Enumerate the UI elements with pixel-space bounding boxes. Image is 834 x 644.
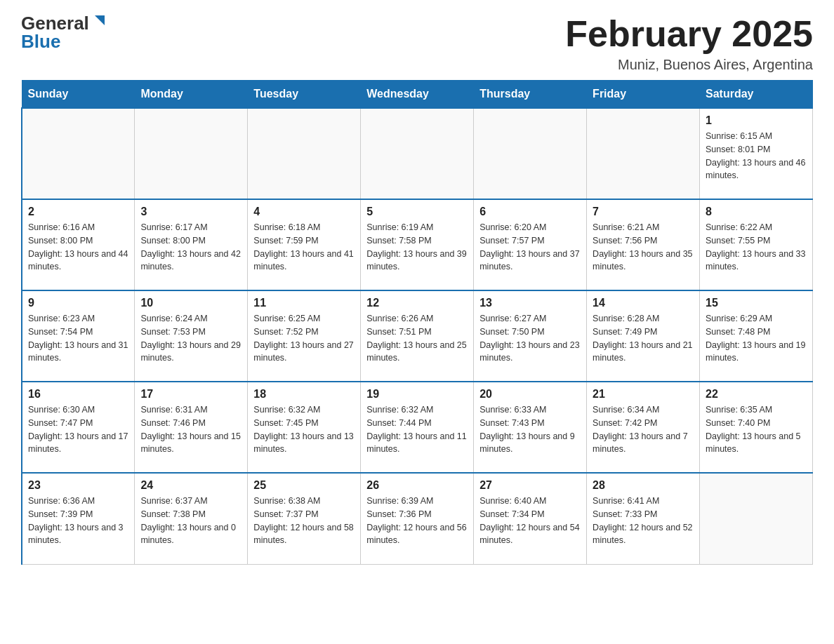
calendar-cell: 1Sunrise: 6:15 AMSunset: 8:01 PMDaylight… bbox=[700, 108, 813, 199]
calendar-cell: 6Sunrise: 6:20 AMSunset: 7:57 PMDaylight… bbox=[474, 199, 587, 290]
calendar-cell bbox=[22, 108, 135, 199]
day-number: 27 bbox=[479, 479, 581, 492]
day-info: Sunrise: 6:28 AMSunset: 7:49 PMDaylight:… bbox=[593, 312, 694, 365]
day-number: 13 bbox=[479, 297, 581, 309]
calendar-title: February 2025 bbox=[565, 14, 813, 54]
col-friday: Friday bbox=[587, 81, 700, 109]
calendar-table: Sunday Monday Tuesday Wednesday Thursday… bbox=[21, 80, 813, 565]
title-block: February 2025 Muniz, Buenos Aires, Argen… bbox=[565, 14, 813, 73]
day-number: 3 bbox=[140, 206, 241, 218]
calendar-cell: 16Sunrise: 6:30 AMSunset: 7:47 PMDayligh… bbox=[22, 382, 135, 473]
calendar-cell: 11Sunrise: 6:25 AMSunset: 7:52 PMDayligh… bbox=[248, 290, 361, 382]
calendar-cell: 14Sunrise: 6:28 AMSunset: 7:49 PMDayligh… bbox=[587, 290, 700, 382]
day-number: 11 bbox=[253, 297, 355, 309]
calendar-week-row: 16Sunrise: 6:30 AMSunset: 7:47 PMDayligh… bbox=[22, 382, 813, 473]
col-tuesday: Tuesday bbox=[248, 81, 361, 109]
logo-arrow-icon bbox=[92, 13, 107, 28]
calendar-cell: 20Sunrise: 6:33 AMSunset: 7:43 PMDayligh… bbox=[474, 382, 587, 473]
day-number: 7 bbox=[593, 206, 694, 218]
calendar-cell: 17Sunrise: 6:31 AMSunset: 7:46 PMDayligh… bbox=[135, 382, 248, 473]
day-info: Sunrise: 6:22 AMSunset: 7:55 PMDaylight:… bbox=[706, 221, 807, 274]
col-monday: Monday bbox=[135, 81, 248, 109]
day-number: 1 bbox=[706, 114, 807, 127]
calendar-cell bbox=[248, 108, 361, 199]
logo-blue-text: Blue bbox=[21, 32, 60, 51]
day-number: 16 bbox=[28, 388, 128, 401]
calendar-cell bbox=[135, 108, 248, 199]
day-info: Sunrise: 6:37 AMSunset: 7:38 PMDaylight:… bbox=[140, 495, 241, 547]
day-number: 10 bbox=[140, 297, 241, 309]
col-thursday: Thursday bbox=[474, 81, 587, 109]
day-info: Sunrise: 6:29 AMSunset: 7:48 PMDaylight:… bbox=[706, 312, 807, 365]
calendar-cell: 26Sunrise: 6:39 AMSunset: 7:36 PMDayligh… bbox=[361, 473, 474, 564]
page-header: General Blue February 2025 Muniz, Buenos… bbox=[21, 14, 813, 73]
calendar-cell: 23Sunrise: 6:36 AMSunset: 7:39 PMDayligh… bbox=[22, 473, 135, 564]
weekday-header-row: Sunday Monday Tuesday Wednesday Thursday… bbox=[22, 81, 813, 109]
calendar-cell: 27Sunrise: 6:40 AMSunset: 7:34 PMDayligh… bbox=[474, 473, 587, 564]
day-number: 8 bbox=[706, 206, 807, 218]
calendar-cell: 12Sunrise: 6:26 AMSunset: 7:51 PMDayligh… bbox=[361, 290, 474, 382]
calendar-cell: 4Sunrise: 6:18 AMSunset: 7:59 PMDaylight… bbox=[248, 199, 361, 290]
day-number: 2 bbox=[28, 206, 128, 218]
calendar-cell: 8Sunrise: 6:22 AMSunset: 7:55 PMDaylight… bbox=[700, 199, 813, 290]
day-number: 24 bbox=[140, 479, 241, 492]
day-number: 25 bbox=[253, 479, 355, 492]
day-number: 4 bbox=[253, 206, 355, 218]
day-number: 23 bbox=[28, 479, 128, 492]
calendar-cell: 19Sunrise: 6:32 AMSunset: 7:44 PMDayligh… bbox=[361, 382, 474, 473]
calendar-cell: 10Sunrise: 6:24 AMSunset: 7:53 PMDayligh… bbox=[135, 290, 248, 382]
day-number: 6 bbox=[479, 206, 581, 218]
day-info: Sunrise: 6:25 AMSunset: 7:52 PMDaylight:… bbox=[253, 312, 355, 365]
day-info: Sunrise: 6:33 AMSunset: 7:43 PMDaylight:… bbox=[479, 403, 581, 456]
calendar-cell bbox=[587, 108, 700, 199]
day-number: 21 bbox=[593, 388, 694, 401]
day-info: Sunrise: 6:20 AMSunset: 7:57 PMDaylight:… bbox=[479, 221, 581, 274]
calendar-cell: 3Sunrise: 6:17 AMSunset: 8:00 PMDaylight… bbox=[135, 199, 248, 290]
day-number: 14 bbox=[593, 297, 694, 309]
calendar-cell: 5Sunrise: 6:19 AMSunset: 7:58 PMDaylight… bbox=[361, 199, 474, 290]
day-info: Sunrise: 6:18 AMSunset: 7:59 PMDaylight:… bbox=[253, 221, 355, 274]
calendar-cell: 21Sunrise: 6:34 AMSunset: 7:42 PMDayligh… bbox=[587, 382, 700, 473]
calendar-week-row: 2Sunrise: 6:16 AMSunset: 8:00 PMDaylight… bbox=[22, 199, 813, 290]
calendar-cell: 13Sunrise: 6:27 AMSunset: 7:50 PMDayligh… bbox=[474, 290, 587, 382]
day-info: Sunrise: 6:31 AMSunset: 7:46 PMDaylight:… bbox=[140, 403, 241, 456]
day-info: Sunrise: 6:41 AMSunset: 7:33 PMDaylight:… bbox=[593, 495, 694, 547]
calendar-cell: 25Sunrise: 6:38 AMSunset: 7:37 PMDayligh… bbox=[248, 473, 361, 564]
day-number: 26 bbox=[366, 479, 468, 492]
day-number: 15 bbox=[706, 297, 807, 309]
day-info: Sunrise: 6:32 AMSunset: 7:44 PMDaylight:… bbox=[366, 403, 468, 456]
calendar-week-row: 23Sunrise: 6:36 AMSunset: 7:39 PMDayligh… bbox=[22, 473, 813, 564]
logo-general-text: General bbox=[21, 14, 89, 32]
logo: General Blue bbox=[21, 14, 107, 51]
calendar-cell: 7Sunrise: 6:21 AMSunset: 7:56 PMDaylight… bbox=[587, 199, 700, 290]
day-info: Sunrise: 6:35 AMSunset: 7:40 PMDaylight:… bbox=[706, 403, 807, 456]
calendar-cell: 18Sunrise: 6:32 AMSunset: 7:45 PMDayligh… bbox=[248, 382, 361, 473]
day-info: Sunrise: 6:38 AMSunset: 7:37 PMDaylight:… bbox=[253, 495, 355, 547]
calendar-header: Sunday Monday Tuesday Wednesday Thursday… bbox=[22, 81, 813, 109]
calendar-week-row: 9Sunrise: 6:23 AMSunset: 7:54 PMDaylight… bbox=[22, 290, 813, 382]
day-info: Sunrise: 6:23 AMSunset: 7:54 PMDaylight:… bbox=[28, 312, 128, 365]
day-info: Sunrise: 6:27 AMSunset: 7:50 PMDaylight:… bbox=[479, 312, 581, 365]
calendar-cell: 2Sunrise: 6:16 AMSunset: 8:00 PMDaylight… bbox=[22, 199, 135, 290]
svg-marker-0 bbox=[95, 15, 105, 25]
calendar-subtitle: Muniz, Buenos Aires, Argentina bbox=[565, 57, 813, 73]
day-info: Sunrise: 6:32 AMSunset: 7:45 PMDaylight:… bbox=[253, 403, 355, 456]
day-info: Sunrise: 6:40 AMSunset: 7:34 PMDaylight:… bbox=[479, 495, 581, 547]
day-number: 20 bbox=[479, 388, 581, 401]
calendar-body: 1Sunrise: 6:15 AMSunset: 8:01 PMDaylight… bbox=[22, 108, 813, 564]
day-info: Sunrise: 6:21 AMSunset: 7:56 PMDaylight:… bbox=[593, 221, 694, 274]
calendar-cell bbox=[700, 473, 813, 564]
day-info: Sunrise: 6:19 AMSunset: 7:58 PMDaylight:… bbox=[366, 221, 468, 274]
day-info: Sunrise: 6:30 AMSunset: 7:47 PMDaylight:… bbox=[28, 403, 128, 456]
day-info: Sunrise: 6:15 AMSunset: 8:01 PMDaylight:… bbox=[706, 130, 807, 182]
day-info: Sunrise: 6:39 AMSunset: 7:36 PMDaylight:… bbox=[366, 495, 468, 547]
day-info: Sunrise: 6:26 AMSunset: 7:51 PMDaylight:… bbox=[366, 312, 468, 365]
calendar-week-row: 1Sunrise: 6:15 AMSunset: 8:01 PMDaylight… bbox=[22, 108, 813, 199]
day-number: 22 bbox=[706, 388, 807, 401]
day-number: 19 bbox=[366, 388, 468, 401]
day-number: 18 bbox=[253, 388, 355, 401]
day-info: Sunrise: 6:36 AMSunset: 7:39 PMDaylight:… bbox=[28, 495, 128, 547]
day-number: 28 bbox=[593, 479, 694, 492]
calendar-cell: 22Sunrise: 6:35 AMSunset: 7:40 PMDayligh… bbox=[700, 382, 813, 473]
day-info: Sunrise: 6:16 AMSunset: 8:00 PMDaylight:… bbox=[28, 221, 128, 274]
